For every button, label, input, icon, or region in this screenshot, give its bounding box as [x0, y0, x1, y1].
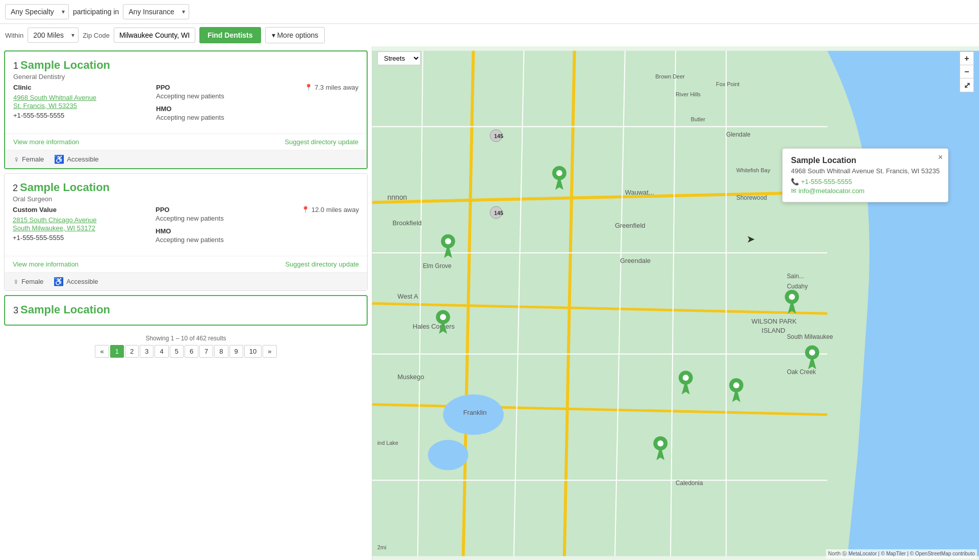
insurance-select-wrapper[interactable]: Any Insurance: [123, 4, 189, 19]
result-1-phone: +1-555-555-5555: [13, 112, 156, 119]
chevron-down-icon: ▾: [272, 31, 275, 39]
svg-text:Butler: Butler: [691, 116, 706, 122]
result-2-col2: PPO Accepting new patients HMO Accepting…: [156, 206, 298, 249]
result-1-suggest[interactable]: Suggest directory update: [285, 138, 358, 146]
svg-text:Muskego: Muskego: [398, 373, 424, 381]
page-3[interactable]: 3: [140, 345, 153, 358]
svg-text:Hales Corners: Hales Corners: [413, 323, 454, 330]
distance-select-wrapper[interactable]: 200 Miles: [28, 28, 79, 43]
within-label: Within: [5, 32, 23, 39]
result-2-title-row: 2 Sample Location: [13, 181, 359, 194]
result-2-phone: +1-555-555-5555: [13, 234, 156, 242]
svg-point-63: [683, 375, 689, 381]
email-icon: ✉: [791, 187, 796, 195]
result-1-details: Clinic 4968 South Whitnall Avenue St. Fr…: [13, 84, 358, 126]
svg-text:ind Lake: ind Lake: [377, 440, 398, 446]
page-6[interactable]: 6: [185, 345, 198, 358]
popup-close-button[interactable]: ×: [938, 153, 943, 162]
result-card-1: 1 Sample Location General Dentistry Clin…: [4, 50, 368, 169]
result-1-address-link[interactable]: 4968 South Whitnall Avenue St. Francis, …: [13, 94, 96, 110]
zoom-reset-button[interactable]: ⤢: [960, 78, 973, 92]
popup-title: Sample Location: [791, 156, 940, 165]
result-2-address-link[interactable]: 2815 South Chicago Avenue South Milwauke…: [13, 216, 97, 232]
map-panel: nnnon Brookfield Elm Grove West A Hales …: [372, 46, 979, 560]
page-9[interactable]: 9: [229, 345, 243, 358]
map-pin-icon-1: 📍: [304, 84, 313, 91]
zoom-out-button[interactable]: −: [960, 65, 973, 78]
svg-point-51: [445, 238, 451, 245]
more-options-button[interactable]: ▾ More options: [265, 27, 325, 43]
zipcode-input[interactable]: [114, 28, 195, 43]
result-1-title: Sample Location: [20, 59, 110, 72]
svg-text:Glendale: Glendale: [726, 131, 751, 138]
result-2-view-more[interactable]: View more information: [13, 260, 79, 268]
svg-point-48: [556, 170, 562, 176]
result-2-details: Custom Value 2815 South Chicago Avenue S…: [13, 206, 359, 249]
svg-text:Greenfield: Greenfield: [615, 222, 645, 229]
popup-phone: 📞 +1-555-555-5555: [791, 178, 940, 185]
svg-point-69: [657, 440, 663, 446]
page-1[interactable]: 1: [110, 345, 124, 358]
svg-point-60: [809, 350, 815, 356]
page-7[interactable]: 7: [199, 345, 213, 358]
specialty-select-wrapper[interactable]: Any Specialty: [5, 4, 69, 19]
page-10[interactable]: 10: [244, 345, 262, 358]
svg-text:West A: West A: [398, 292, 419, 300]
popup-email: ✉ info@metalocator.com: [791, 187, 940, 195]
result-2-tag-accessible: ♿ Accessible: [54, 277, 98, 286]
result-1-type: Clinic: [13, 84, 156, 91]
result-3-title: Sample Location: [20, 303, 110, 316]
svg-text:➤: ➤: [746, 234, 755, 245]
pagination-bar: Showing 1 – 10 of 462 results « 1 2 3 4 …: [0, 330, 372, 363]
svg-text:145: 145: [494, 210, 503, 216]
result-2-footer: View more information Suggest directory …: [5, 256, 367, 272]
find-dentists-button[interactable]: Find Dentists: [199, 27, 261, 43]
result-1-view-more[interactable]: View more information: [13, 138, 79, 146]
svg-text:Brookfield: Brookfield: [393, 219, 422, 227]
svg-point-57: [789, 294, 795, 300]
page-5[interactable]: 5: [170, 345, 184, 358]
result-2-number: 2: [13, 183, 18, 194]
result-1-specialty: General Dentistry: [13, 73, 358, 81]
svg-text:Brown Deer: Brown Deer: [655, 73, 685, 79]
result-1-ins2-status: Accepting new patients: [156, 114, 299, 121]
distance-select[interactable]: 200 Miles: [28, 28, 79, 43]
result-1-ins1-status: Accepting new patients: [156, 92, 299, 100]
participating-label: participating in: [73, 8, 119, 16]
svg-text:nnnon: nnnon: [388, 193, 407, 201]
result-2-specialty: Oral Surgeon: [13, 195, 359, 203]
svg-text:Wauwat...: Wauwat...: [625, 189, 654, 196]
insurance-select[interactable]: Any Insurance: [123, 4, 189, 19]
result-1-footer: View more information Suggest directory …: [5, 134, 367, 150]
svg-text:WILSON PARK: WILSON PARK: [752, 317, 797, 325]
result-1-col2: PPO Accepting new patients HMO Accepting…: [156, 84, 299, 126]
result-card-2-inner: 2 Sample Location Oral Surgeon Custom Va…: [5, 174, 367, 256]
svg-text:Elm Grove: Elm Grove: [423, 262, 452, 270]
map-type-select[interactable]: Streets Satellite Hybrid: [377, 51, 421, 65]
result-card-3-inner: 3 Sample Location: [5, 296, 367, 325]
result-1-number: 1: [13, 61, 18, 71]
result-3-title-row: 3 Sample Location: [13, 303, 358, 316]
result-2-title: Sample Location: [20, 181, 110, 194]
search-bar: Within 200 Miles Zip Code Find Dentists …: [0, 24, 979, 46]
result-2-address: 2815 South Chicago Avenue South Milwauke…: [13, 216, 156, 232]
zipcode-label: Zip Code: [83, 32, 110, 39]
result-1-distance: 📍 7.3 miles away: [299, 84, 358, 91]
map-pin-icon-2: 📍: [301, 206, 310, 214]
map-type-dropdown[interactable]: Streets Satellite Hybrid: [377, 51, 421, 65]
result-1-col3: 📍 7.3 miles away: [299, 84, 358, 126]
page-8[interactable]: 8: [214, 345, 228, 358]
result-2-suggest[interactable]: Suggest directory update: [285, 260, 359, 268]
zoom-in-button[interactable]: +: [960, 52, 973, 65]
page-next[interactable]: »: [263, 345, 276, 358]
result-2-type: Custom Value: [13, 206, 156, 214]
specialty-select[interactable]: Any Specialty: [5, 4, 69, 19]
page-2[interactable]: 2: [125, 345, 139, 358]
phone-icon: 📞: [791, 178, 799, 185]
result-1-tag-accessible: ♿ Accessible: [54, 154, 98, 164]
result-1-tag-female: ♀ Female: [13, 154, 44, 164]
page-4[interactable]: 4: [154, 345, 168, 358]
svg-text:Sain...: Sain...: [787, 273, 804, 280]
result-2-ins2-status: Accepting new patients: [156, 236, 298, 244]
page-prev[interactable]: «: [95, 345, 109, 358]
